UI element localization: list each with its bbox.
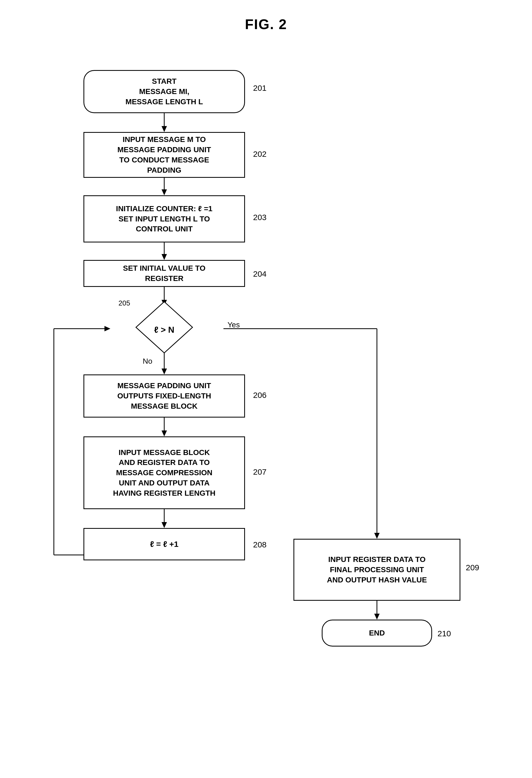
node-208: ℓ = ℓ +1	[83, 528, 245, 560]
ref-205: 205	[118, 299, 130, 307]
ref-209: 209	[466, 563, 479, 572]
ref-208: 208	[253, 540, 267, 549]
node-210: END	[322, 620, 432, 646]
ref-206: 206	[253, 391, 267, 400]
svg-marker-13	[162, 522, 167, 528]
ref-207: 207	[253, 467, 267, 477]
node-206: MESSAGE PADDING UNIT OUTPUTS FIXED-LENGT…	[83, 375, 245, 417]
node-207: INPUT MESSAGE BLOCK AND REGISTER DATA TO…	[83, 437, 245, 509]
svg-marker-20	[374, 533, 380, 539]
ref-203: 203	[253, 213, 267, 222]
ref-210: 210	[438, 629, 451, 638]
ref-201: 201	[253, 83, 267, 93]
svg-marker-3	[162, 189, 167, 195]
yes-label: Yes	[228, 321, 240, 329]
svg-marker-9	[162, 369, 167, 375]
node-209: INPUT REGISTER DATA TO FINAL PROCESSING …	[293, 539, 460, 601]
ref-202: 202	[253, 150, 267, 159]
node-204: SET INITIAL VALUE TO REGISTER	[83, 260, 245, 287]
page-title: FIG. 2	[0, 0, 532, 43]
node-205: ℓ > N	[106, 303, 222, 357]
ref-204: 204	[253, 269, 267, 279]
svg-marker-5	[162, 254, 167, 260]
svg-marker-22	[374, 614, 380, 620]
svg-marker-11	[162, 431, 167, 437]
svg-marker-1	[162, 126, 167, 132]
node-202: INPUT MESSAGE M TO MESSAGE PADDING UNIT …	[83, 132, 245, 178]
no-label: No	[143, 357, 152, 366]
flowchart: START MESSAGE MI, MESSAGE LENGTH L 201 I…	[0, 43, 532, 778]
node-201: START MESSAGE MI, MESSAGE LENGTH L	[83, 70, 245, 113]
node-203: INITIALIZE COUNTER: ℓ =1 SET INPUT LENGT…	[83, 195, 245, 242]
